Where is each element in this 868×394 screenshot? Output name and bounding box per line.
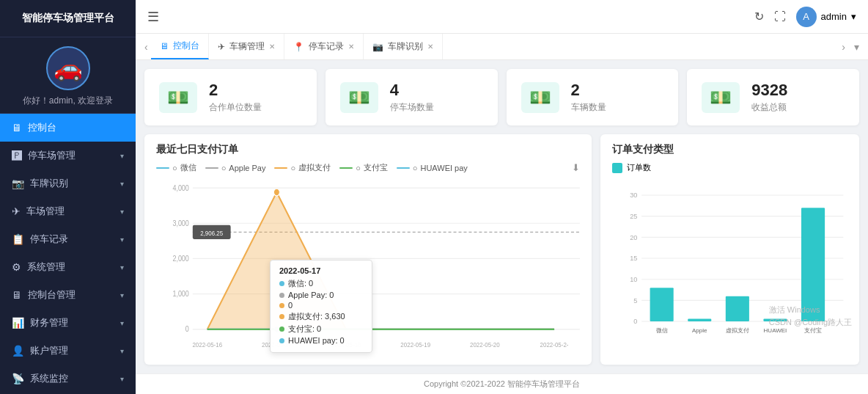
tab-plate-close[interactable]: ✕ — [427, 43, 433, 51]
admin-label: admin — [821, 11, 847, 22]
tab-dropdown-btn[interactable]: ▾ — [851, 41, 862, 53]
tab-console[interactable]: 🖥 控制台 — [151, 34, 209, 59]
stat-card-0: 💵 2 合作单位数量 — [144, 69, 317, 125]
stat-label-0: 合作单位数量 — [209, 101, 262, 114]
tab-parking[interactable]: 📍 停车记录 ✕ — [284, 34, 364, 59]
stat-label-3: 收益总额 — [751, 101, 787, 114]
svg-text:25: 25 — [630, 213, 637, 220]
legend-wechat-label: 微信 — [180, 162, 196, 173]
svg-text:1,000: 1,000 — [172, 289, 189, 298]
content-area: 💵 2 合作单位数量 💵 4 停车场数量 💵 2 车辆数量 — [136, 60, 868, 373]
legend-alipay: ○ 支付宝 — [339, 162, 388, 173]
bar-chart-legend: 订单数 — [612, 162, 847, 173]
stat-label-1: 停车场数量 — [390, 101, 434, 114]
tab-next-btn[interactable]: › — [839, 41, 848, 53]
svg-text:2022-05-16: 2022-05-16 — [192, 340, 222, 349]
svg-text:微信: 微信 — [656, 327, 668, 334]
stat-info-1: 4 停车场数量 — [390, 81, 434, 114]
tab-vehicle-label: 车辆管理 — [229, 40, 265, 53]
svg-text:Apple: Apple — [692, 327, 707, 334]
svg-rect-39 — [688, 319, 711, 321]
svg-rect-45 — [801, 208, 825, 321]
stat-icon-0: 💵 — [159, 82, 197, 113]
stat-info-2: 2 车辆数量 — [571, 81, 606, 114]
tab-plate-label: 车牌识别 — [388, 40, 423, 53]
tab-console-icon: 🖥 — [160, 41, 169, 51]
stat-info-3: 9328 收益总额 — [751, 81, 787, 114]
svg-text:2,000: 2,000 — [172, 254, 189, 263]
refresh-icon[interactable]: ↻ — [754, 10, 764, 23]
footer-text: Copyright ©2021-2022 智能停车场管理平台 — [424, 379, 580, 388]
sidebar-item-账户管理[interactable]: 👤 账户管理 ▾ — [0, 337, 136, 365]
line-chart-card: 最近七日支付订单 ○ 微信 ○ Apple Pay ○ — [144, 134, 592, 365]
sidebar-item-车场管理[interactable]: ✈ 车场管理 ▾ — [0, 197, 136, 225]
legend-huawei: ○ HUAWEI pay — [397, 164, 468, 172]
stat-icon-2: 💵 — [521, 82, 559, 113]
download-icon[interactable]: ⬇ — [572, 162, 580, 173]
bar-chart-svg: 30 25 20 15 10 5 0 微信 Apple — [612, 178, 847, 356]
tooltip-row-4: 支付宝: 0 — [279, 324, 363, 335]
sidebar: 智能停车场管理平台 🚗 你好！admin, 欢迎登录 🖥 控制台 🅿 停车场管理… — [0, 0, 136, 394]
stat-card-1: 💵 4 停车场数量 — [326, 69, 498, 125]
legend-wechat: ○ 微信 — [156, 162, 196, 173]
tab-plate[interactable]: 📷 车牌识别 ✕ — [364, 34, 443, 59]
admin-info[interactable]: A admin ▾ — [796, 7, 856, 27]
chart-tooltip: 2022-05-17 微信: 0 Apple Pay: 0 0 — [270, 260, 372, 353]
header-right: ↻ ⛶ A admin ▾ — [754, 7, 856, 27]
tooltip-date: 2022-05-17 — [279, 266, 363, 275]
stat-icon-3: 💵 — [702, 82, 740, 113]
header-left: ☰ — [147, 9, 159, 25]
stat-icon-1: 💵 — [340, 82, 378, 113]
sidebar-item-停车场管理[interactable]: 🅿 停车场管理 ▾ — [0, 142, 136, 169]
sidebar-item-系统监控[interactable]: 📡 系统监控 ▾ — [0, 365, 136, 393]
stat-card-2: 💵 2 车辆数量 — [507, 69, 679, 125]
tab-vehicle[interactable]: ✈ 车辆管理 ✕ — [209, 34, 284, 59]
tab-console-label: 控制台 — [173, 40, 199, 52]
tabs-end: › ▾ — [839, 41, 862, 53]
svg-text:2022-05-19: 2022-05-19 — [400, 340, 430, 349]
charts-row: 最近七日支付订单 ○ 微信 ○ Apple Pay ○ — [144, 134, 859, 365]
bar-chart-card: 订单支付类型 订单数 30 — [600, 134, 859, 365]
stat-card-3: 💵 9328 收益总额 — [687, 69, 859, 125]
line-chart-area: 4,000 3,000 2,000 1,000 0 2022-05-16 202… — [156, 179, 580, 356]
tooltip-row-3: 虚拟支付: 3,630 — [279, 311, 363, 322]
legend-huawei-label: HUAWEI pay — [420, 164, 467, 172]
sidebar-item-系统管理[interactable]: ⚙ 系统管理 ▾ — [0, 253, 136, 281]
tab-vehicle-icon: ✈ — [218, 42, 225, 52]
svg-text:支付宝: 支付宝 — [804, 327, 822, 334]
stat-value-2: 2 — [571, 81, 606, 100]
fullscreen-icon[interactable]: ⛶ — [774, 10, 786, 23]
hamburger-icon[interactable]: ☰ — [147, 9, 159, 25]
tooltip-row-2: 0 — [279, 301, 363, 310]
legend-apple: ○ Apple Pay — [205, 164, 266, 172]
sidebar-item-停车记录[interactable]: 📋 停车记录 ▾ — [0, 225, 136, 253]
admin-avatar: A — [796, 7, 817, 27]
tabs-bar: ‹ 🖥 控制台 ✈ 车辆管理 ✕ 📍 停车记录 ✕ 📷 车牌识别 ✕ › ▾ — [136, 34, 868, 60]
sidebar-item-财务管理[interactable]: 📊 财务管理 ▾ — [0, 309, 136, 337]
sidebar-avatar: 🚗 你好！admin, 欢迎登录 — [0, 37, 136, 114]
stats-row: 💵 2 合作单位数量 💵 4 停车场数量 💵 2 车辆数量 — [144, 69, 859, 125]
svg-point-20 — [273, 189, 279, 196]
legend-alipay-label: 支付宝 — [364, 162, 388, 173]
legend-virtual-label: 虚拟支付 — [298, 162, 331, 173]
tab-parking-icon: 📍 — [293, 42, 304, 52]
tab-parking-close[interactable]: ✕ — [348, 43, 354, 51]
svg-text:3,000: 3,000 — [172, 219, 189, 227]
tab-vehicle-close[interactable]: ✕ — [269, 43, 275, 51]
sidebar-item-控制台管理[interactable]: 🖥 控制台管理 ▾ — [0, 281, 136, 309]
sidebar-item-控制台[interactable]: 🖥 控制台 — [0, 114, 136, 142]
sidebar-item-车牌识别[interactable]: 📷 车牌识别 ▾ — [0, 169, 136, 197]
svg-text:2022-05-20: 2022-05-20 — [470, 340, 500, 349]
legend-apple-label: Apple Pay — [229, 164, 265, 172]
svg-text:5: 5 — [633, 297, 637, 304]
bar-chart-area: 30 25 20 15 10 5 0 微信 Apple — [612, 178, 847, 356]
line-chart-title: 最近七日支付订单 — [156, 143, 580, 156]
tab-plate-icon: 📷 — [372, 42, 383, 52]
svg-text:虚拟支付: 虚拟支付 — [726, 327, 749, 334]
stat-value-0: 2 — [209, 81, 262, 100]
stat-info-0: 2 合作单位数量 — [209, 81, 262, 114]
tab-prev-btn[interactable]: ‹ — [141, 41, 151, 53]
header: ☰ ↻ ⛶ A admin ▾ — [136, 0, 868, 34]
footer: Copyright ©2021-2022 智能停车场管理平台 — [136, 373, 868, 394]
svg-text:HUAWEI: HUAWEI — [764, 327, 787, 334]
